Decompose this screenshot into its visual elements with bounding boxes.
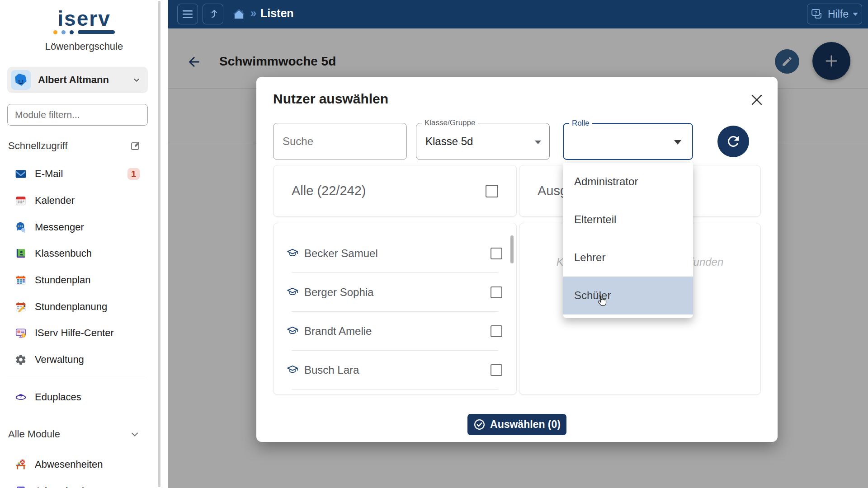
class-group-select[interactable]: Klasse/Gruppe Klasse 5d <box>416 123 550 160</box>
all-modules-header[interactable]: Alle Module <box>8 428 144 440</box>
absences-icon <box>15 459 27 470</box>
select-all-checkbox[interactable] <box>486 185 498 197</box>
check-circle-icon <box>473 418 486 431</box>
sidebar-item-label: IServ Hilfe-Center <box>35 327 114 339</box>
user-checkbox[interactable] <box>491 364 502 376</box>
user-row[interactable]: Brandt Amelie <box>274 312 516 351</box>
gear-icon <box>15 354 27 366</box>
user-name: Busch Lara <box>304 364 359 376</box>
logo-underline <box>78 30 115 34</box>
user-row[interactable]: Becker Samuel <box>274 234 516 273</box>
close-icon[interactable] <box>749 92 764 108</box>
quick-access-label: Schnellzugriff <box>8 140 68 152</box>
calendar-icon <box>15 195 27 206</box>
sidebar-item-hilfe-center[interactable]: ? IServ Hilfe-Center <box>7 320 148 346</box>
refresh-icon <box>725 133 741 150</box>
role-option-schueler[interactable]: Schüler <box>563 277 693 314</box>
user-checkbox[interactable] <box>491 248 502 259</box>
role-select[interactable]: Rolle <box>563 123 693 160</box>
module-filter-input[interactable] <box>7 104 148 126</box>
quick-access-header: Schnellzugriff <box>8 140 144 152</box>
help-center-icon: ? <box>15 327 27 339</box>
graduation-cap-icon <box>287 325 298 337</box>
timetable-icon <box>15 274 27 286</box>
sidebar-item-stundenplan[interactable]: Stundenplan <box>7 267 148 293</box>
sidebar-item-label: Abwesenheiten <box>35 459 103 470</box>
logo-dot-orange <box>53 30 57 34</box>
screen: iserv Löwenbergschule Albert Altmann <box>0 0 868 488</box>
sidebar-item-label: Adressbuch <box>35 485 87 488</box>
svg-text:?: ? <box>23 334 24 337</box>
list-scrollbar[interactable] <box>510 235 514 263</box>
role-option-elternteil[interactable]: Elternteil <box>563 201 693 239</box>
graduation-cap-icon <box>287 364 298 376</box>
chevron-down-icon <box>129 429 140 440</box>
sidebar: iserv Löwenbergschule Albert Altmann <box>0 0 168 488</box>
graduation-cap-icon <box>287 286 298 298</box>
sidebar-divider <box>7 378 148 378</box>
top-navbar: » Listen ? Hilfe <box>168 0 868 28</box>
help-label: Hilfe <box>828 8 849 20</box>
help-chat-icon: ? <box>811 8 824 20</box>
role-label: Rolle <box>569 119 592 128</box>
sidebar-item-label: Messenger <box>35 221 84 233</box>
iserv-logo[interactable]: iserv Löwenbergschule <box>0 8 168 52</box>
avatar-monster-icon <box>13 72 28 88</box>
classbook-icon <box>15 248 27 259</box>
class-group-value: Klasse 5d <box>425 123 473 160</box>
all-modules-label: Alle Module <box>8 428 60 440</box>
home-icon[interactable] <box>232 8 245 21</box>
all-users-count: Alle (22/242) <box>292 183 366 198</box>
user-row[interactable]: Busch Lara <box>274 351 516 389</box>
arrow-up-icon <box>207 8 219 20</box>
user-name: Becker Samuel <box>304 247 378 260</box>
refresh-button[interactable] <box>717 126 749 157</box>
sidebar-item-label: Kalender <box>35 195 75 206</box>
navigate-up-button[interactable] <box>203 4 223 24</box>
sidebar-scrollbar[interactable] <box>158 1 160 487</box>
search-field <box>273 123 407 160</box>
sidebar-item-email[interactable]: E-Mail 1 <box>7 161 148 187</box>
sidebar-item-verwaltung[interactable]: Verwaltung <box>7 347 148 373</box>
sidebar-item-eduplaces[interactable]: Eduplaces <box>7 384 148 410</box>
user-checkbox[interactable] <box>491 286 502 298</box>
sidebar-item-label: Eduplaces <box>35 391 81 403</box>
sidebar-item-stundenplanung[interactable]: Stundenplanung <box>7 294 148 320</box>
user-name: Brandt Amelie <box>304 325 372 338</box>
logo-dot-blue <box>61 30 66 34</box>
edit-quick-access-icon[interactable] <box>130 141 141 151</box>
caret-down-icon <box>535 141 541 144</box>
role-dropdown-menu: Administrator Elternteil Lehrer Schüler <box>563 163 693 318</box>
confirm-selection-button[interactable]: Auswählen (0) <box>467 414 566 435</box>
chevron-down-icon <box>132 75 142 85</box>
select-users-dialog: Nutzer auswählen Klasse/Gruppe Klasse 5d… <box>256 77 778 442</box>
sidebar-item-label: E-Mail <box>35 168 63 180</box>
avatar <box>11 70 31 90</box>
user-checkbox[interactable] <box>491 325 502 337</box>
logo-dot-navy <box>70 30 74 34</box>
dialog-title: Nutzer auswählen <box>273 91 388 107</box>
role-option-administrator[interactable]: Administrator <box>563 163 693 201</box>
sidebar-item-klassenbuch[interactable]: Klassenbuch <box>7 240 148 267</box>
help-menu-button[interactable]: ? Hilfe <box>807 4 862 24</box>
svg-text:?: ? <box>814 10 817 15</box>
user-row[interactable]: Berger Sophia <box>274 273 516 312</box>
timetable-planning-icon <box>15 301 27 313</box>
confirm-selection-label: Auswählen (0) <box>490 418 561 431</box>
user-menu[interactable]: Albert Altmann <box>7 67 148 93</box>
school-name: Löwenbergschule <box>0 41 168 52</box>
breadcrumb[interactable]: Listen <box>260 7 294 20</box>
sidebar-item-messenger[interactable]: Messenger <box>7 214 148 240</box>
graduation-cap-icon <box>287 248 298 259</box>
sidebar-item-label: Stundenplan <box>35 274 91 286</box>
sidebar-item-kalender[interactable]: Kalender <box>7 188 148 214</box>
hamburger-icon <box>182 9 193 19</box>
eduplaces-ufo-icon <box>15 391 27 403</box>
sidebar-item-label: Klassenbuch <box>35 248 92 259</box>
sidebar-item-adressbuch[interactable]: Adressbuch <box>7 478 148 488</box>
sidebar-item-abwesenheiten[interactable]: Abwesenheiten <box>7 451 148 478</box>
search-input[interactable] <box>274 123 406 160</box>
caret-down-icon <box>852 12 859 16</box>
role-option-lehrer[interactable]: Lehrer <box>563 239 693 277</box>
menu-toggle-button[interactable] <box>177 4 198 24</box>
